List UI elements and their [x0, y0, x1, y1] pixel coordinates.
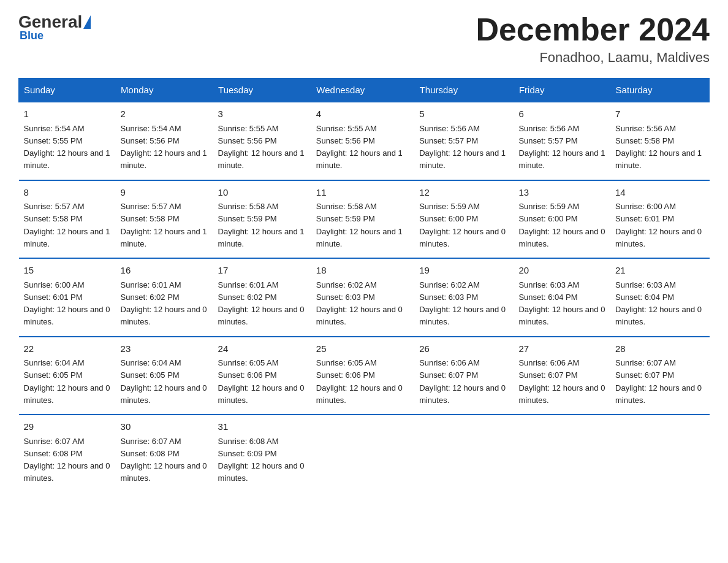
- header-monday: Monday: [116, 79, 213, 102]
- header-tuesday: Tuesday: [213, 79, 311, 102]
- calendar-cell: 5Sunrise: 5:56 AMSunset: 5:57 PMDaylight…: [414, 102, 514, 180]
- day-info: Sunrise: 6:01 AMSunset: 6:02 PMDaylight:…: [121, 280, 207, 327]
- calendar-cell: 24Sunrise: 6:05 AMSunset: 6:06 PMDayligh…: [213, 337, 311, 415]
- day-info: Sunrise: 5:56 AMSunset: 5:57 PMDaylight:…: [419, 124, 506, 170]
- day-info: Sunrise: 6:04 AMSunset: 6:05 PMDaylight:…: [24, 358, 110, 405]
- day-info: Sunrise: 6:00 AMSunset: 6:01 PMDaylight:…: [24, 280, 110, 327]
- logo: General Blue: [18, 12, 92, 42]
- day-number: 21: [615, 264, 704, 278]
- day-number: 26: [419, 342, 509, 356]
- page-title: December 2024: [476, 12, 710, 47]
- day-number: 13: [518, 186, 605, 200]
- day-info: Sunrise: 5:55 AMSunset: 5:56 PMDaylight:…: [218, 124, 305, 170]
- day-info: Sunrise: 6:04 AMSunset: 6:05 PMDaylight:…: [121, 358, 207, 405]
- day-info: Sunrise: 6:06 AMSunset: 6:07 PMDaylight:…: [518, 358, 605, 405]
- calendar-cell: 31Sunrise: 6:08 AMSunset: 6:09 PMDayligh…: [213, 415, 311, 492]
- calendar-cell: 12Sunrise: 5:59 AMSunset: 6:00 PMDayligh…: [414, 180, 514, 259]
- calendar-cell: 27Sunrise: 6:06 AMSunset: 6:07 PMDayligh…: [514, 337, 610, 415]
- calendar-cell: 16Sunrise: 6:01 AMSunset: 6:02 PMDayligh…: [116, 258, 213, 337]
- day-number: 16: [121, 264, 208, 278]
- header: General Blue December 2024 Fonadhoo, Laa…: [18, 12, 710, 66]
- day-info: Sunrise: 6:03 AMSunset: 6:04 PMDaylight:…: [518, 280, 605, 327]
- calendar-cell: 18Sunrise: 6:02 AMSunset: 6:03 PMDayligh…: [311, 258, 414, 337]
- day-info: Sunrise: 5:56 AMSunset: 5:57 PMDaylight:…: [518, 124, 605, 170]
- day-info: Sunrise: 6:06 AMSunset: 6:07 PMDaylight:…: [419, 358, 506, 405]
- day-info: Sunrise: 5:59 AMSunset: 6:00 PMDaylight:…: [518, 202, 605, 248]
- calendar-cell: 8Sunrise: 5:57 AMSunset: 5:58 PMDaylight…: [19, 180, 116, 259]
- calendar-cell: 20Sunrise: 6:03 AMSunset: 6:04 PMDayligh…: [514, 258, 610, 337]
- calendar-cell: 23Sunrise: 6:04 AMSunset: 6:05 PMDayligh…: [116, 337, 213, 415]
- day-info: Sunrise: 6:02 AMSunset: 6:03 PMDaylight:…: [316, 280, 403, 327]
- logo-blue: Blue: [18, 29, 44, 42]
- calendar-cell: 15Sunrise: 6:00 AMSunset: 6:01 PMDayligh…: [19, 258, 116, 337]
- day-info: Sunrise: 6:05 AMSunset: 6:06 PMDaylight:…: [218, 358, 305, 405]
- day-info: Sunrise: 6:07 AMSunset: 6:08 PMDaylight:…: [24, 437, 110, 483]
- calendar-cell: 4Sunrise: 5:55 AMSunset: 5:56 PMDaylight…: [311, 102, 414, 180]
- calendar-cell: 10Sunrise: 5:58 AMSunset: 5:59 PMDayligh…: [213, 180, 311, 259]
- calendar-cell: 9Sunrise: 5:57 AMSunset: 5:58 PMDaylight…: [116, 180, 213, 259]
- day-number: 4: [316, 107, 409, 121]
- day-number: 18: [316, 264, 409, 278]
- calendar-cell: 7Sunrise: 5:56 AMSunset: 5:58 PMDaylight…: [610, 102, 709, 180]
- day-info: Sunrise: 6:00 AMSunset: 6:01 PMDaylight:…: [615, 202, 702, 248]
- day-number: 7: [615, 107, 704, 121]
- day-number: 23: [121, 342, 208, 356]
- day-info: Sunrise: 5:55 AMSunset: 5:56 PMDaylight:…: [316, 124, 403, 170]
- calendar-week-3: 15Sunrise: 6:00 AMSunset: 6:01 PMDayligh…: [19, 258, 710, 337]
- day-info: Sunrise: 6:05 AMSunset: 6:06 PMDaylight:…: [316, 358, 403, 405]
- day-info: Sunrise: 6:03 AMSunset: 6:04 PMDaylight:…: [615, 280, 702, 327]
- calendar-cell: [514, 415, 610, 492]
- header-friday: Friday: [514, 79, 610, 102]
- calendar-cell: 28Sunrise: 6:07 AMSunset: 6:07 PMDayligh…: [610, 337, 709, 415]
- day-number: 11: [316, 186, 409, 200]
- calendar-header-row: SundayMondayTuesdayWednesdayThursdayFrid…: [19, 79, 710, 102]
- day-number: 25: [316, 342, 409, 356]
- calendar-cell: 21Sunrise: 6:03 AMSunset: 6:04 PMDayligh…: [610, 258, 709, 337]
- day-info: Sunrise: 5:58 AMSunset: 5:59 PMDaylight:…: [316, 202, 403, 248]
- calendar-cell: 26Sunrise: 6:06 AMSunset: 6:07 PMDayligh…: [414, 337, 514, 415]
- day-info: Sunrise: 6:02 AMSunset: 6:03 PMDaylight:…: [419, 280, 506, 327]
- day-info: Sunrise: 6:07 AMSunset: 6:08 PMDaylight:…: [121, 437, 207, 483]
- day-info: Sunrise: 5:57 AMSunset: 5:58 PMDaylight:…: [121, 202, 207, 248]
- calendar-cell: 13Sunrise: 5:59 AMSunset: 6:00 PMDayligh…: [514, 180, 610, 259]
- day-number: 9: [121, 186, 208, 200]
- calendar-cell: 29Sunrise: 6:07 AMSunset: 6:08 PMDayligh…: [19, 415, 116, 492]
- day-info: Sunrise: 5:54 AMSunset: 5:56 PMDaylight:…: [121, 124, 207, 170]
- calendar-cell: 3Sunrise: 5:55 AMSunset: 5:56 PMDaylight…: [213, 102, 311, 180]
- day-info: Sunrise: 5:59 AMSunset: 6:00 PMDaylight:…: [419, 202, 506, 248]
- calendar-cell: 2Sunrise: 5:54 AMSunset: 5:56 PMDaylight…: [116, 102, 213, 180]
- day-number: 19: [419, 264, 509, 278]
- day-number: 20: [518, 264, 605, 278]
- title-area: December 2024 Fonadhoo, Laamu, Maldives: [476, 12, 710, 66]
- logo-triangle-icon: [83, 15, 91, 29]
- calendar-cell: 25Sunrise: 6:05 AMSunset: 6:06 PMDayligh…: [311, 337, 414, 415]
- calendar-cell: 6Sunrise: 5:56 AMSunset: 5:57 PMDaylight…: [514, 102, 610, 180]
- calendar-cell: 11Sunrise: 5:58 AMSunset: 5:59 PMDayligh…: [311, 180, 414, 259]
- header-thursday: Thursday: [414, 79, 514, 102]
- day-info: Sunrise: 6:08 AMSunset: 6:09 PMDaylight:…: [218, 437, 305, 483]
- day-info: Sunrise: 6:01 AMSunset: 6:02 PMDaylight:…: [218, 280, 305, 327]
- day-number: 27: [518, 342, 605, 356]
- day-info: Sunrise: 5:54 AMSunset: 5:55 PMDaylight:…: [24, 124, 110, 170]
- day-number: 10: [218, 186, 306, 200]
- day-number: 8: [24, 186, 111, 200]
- header-sunday: Sunday: [19, 79, 116, 102]
- calendar-cell: 17Sunrise: 6:01 AMSunset: 6:02 PMDayligh…: [213, 258, 311, 337]
- day-number: 6: [518, 107, 605, 121]
- day-number: 31: [218, 420, 306, 434]
- calendar-week-4: 22Sunrise: 6:04 AMSunset: 6:05 PMDayligh…: [19, 337, 710, 415]
- day-info: Sunrise: 5:57 AMSunset: 5:58 PMDaylight:…: [24, 202, 110, 248]
- day-number: 5: [419, 107, 509, 121]
- day-number: 28: [615, 342, 704, 356]
- calendar-cell: 22Sunrise: 6:04 AMSunset: 6:05 PMDayligh…: [19, 337, 116, 415]
- calendar-week-1: 1Sunrise: 5:54 AMSunset: 5:55 PMDaylight…: [19, 102, 710, 180]
- calendar-cell: [414, 415, 514, 492]
- day-number: 17: [218, 264, 306, 278]
- day-number: 15: [24, 264, 111, 278]
- header-wednesday: Wednesday: [311, 79, 414, 102]
- day-number: 14: [615, 186, 704, 200]
- calendar-week-2: 8Sunrise: 5:57 AMSunset: 5:58 PMDaylight…: [19, 180, 710, 259]
- day-number: 24: [218, 342, 306, 356]
- calendar-cell: 19Sunrise: 6:02 AMSunset: 6:03 PMDayligh…: [414, 258, 514, 337]
- day-number: 2: [121, 107, 208, 121]
